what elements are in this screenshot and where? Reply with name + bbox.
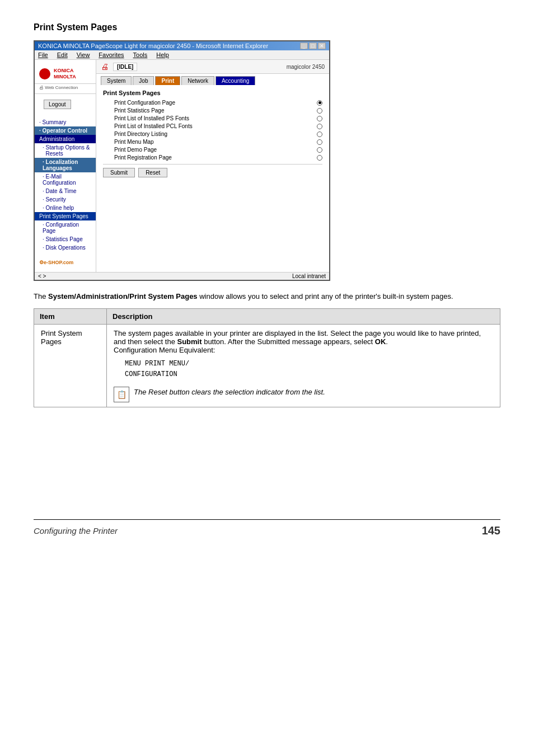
sidebar-item-email[interactable]: · E-Mail Configuration: [35, 172, 96, 187]
menu-favorites[interactable]: Favorites: [99, 51, 124, 58]
web-connection-text: Web Connection: [45, 85, 78, 90]
app-main: 🖨 [IDLE] magicolor 2450 System Job Print…: [96, 60, 329, 272]
note-icon: 📋: [114, 387, 129, 402]
option-row-pcl-fonts: Print List of Installed PCL Fonts: [114, 123, 322, 129]
table-header-description: Description: [107, 309, 500, 325]
footer-left: Configuring the Printer: [34, 526, 118, 536]
radio-menu[interactable]: [317, 139, 322, 145]
table-row: Print System Pages The system pages avai…: [34, 325, 500, 407]
browser-controls[interactable]: _ □ ✕: [300, 43, 326, 49]
radio-demo[interactable]: [317, 147, 322, 153]
menu-edit[interactable]: Edit: [57, 51, 68, 58]
option-label-menu: Print Menu Map: [114, 139, 312, 145]
desc-after: window allows you to select and print an…: [198, 292, 453, 300]
option-label-config: Print Configuration Page: [114, 100, 312, 106]
company-name: KONICA MINOLTA: [54, 68, 91, 80]
sidebar-item-summary[interactable]: · Summary: [35, 118, 96, 126]
tab-accounting[interactable]: Accounting: [216, 76, 255, 85]
option-row-registration: Print Registration Page: [114, 154, 322, 161]
sidebar-item-administration[interactable]: Administration: [35, 135, 96, 143]
tab-print[interactable]: Print: [155, 76, 180, 85]
radio-config[interactable]: [317, 100, 322, 106]
sidebar-item-security[interactable]: · Security: [35, 195, 96, 204]
sidebar-nav: · Summary · Operator Control Administrat…: [35, 118, 96, 252]
browser-window: KONICA MINOLTA PageScope Light for magic…: [34, 40, 330, 281]
reset-button[interactable]: Reset: [138, 168, 167, 177]
table-cell-description: The system pages available in your print…: [107, 325, 500, 407]
option-label-demo: Print Demo Page: [114, 147, 312, 153]
info-table: Item Description Print System Pages The …: [34, 308, 500, 407]
radio-stats[interactable]: [317, 108, 322, 114]
page-footer: Configuring the Printer 145: [34, 519, 500, 537]
browser-menubar: File Edit View Favorites Tools Help: [35, 50, 329, 60]
action-buttons: Submit Reset: [103, 168, 322, 177]
printer-icon: 🖨: [101, 62, 109, 71]
radio-ps-fonts[interactable]: [317, 116, 322, 121]
maximize-button[interactable]: □: [309, 43, 317, 49]
desc-before: The: [34, 292, 48, 300]
menu-help[interactable]: Help: [156, 51, 169, 58]
desc-intro: The system pages available in your print…: [114, 329, 481, 346]
option-label-directory: Print Directory Listing: [114, 131, 312, 137]
minimize-button[interactable]: _: [300, 43, 308, 49]
menu-view[interactable]: View: [77, 51, 90, 58]
shop-logo: ⚙e-SHOP.com: [35, 257, 96, 267]
option-row-ps-fonts: Print List of Installed PS Fonts: [114, 115, 322, 121]
option-label-pcl-fonts: Print List of Installed PCL Fonts: [114, 123, 312, 129]
printer-model: magicolor 2450: [287, 64, 325, 70]
status-text: Local intranet: [292, 273, 326, 279]
tab-system[interactable]: System: [101, 76, 132, 85]
radio-directory[interactable]: [317, 132, 322, 137]
table-header-item: Item: [34, 309, 107, 325]
config-menu-label: Configuration Menu Equivalent:: [114, 346, 215, 354]
footer-right: 145: [482, 524, 500, 537]
table-cell-item: Print System Pages: [34, 325, 107, 407]
sidebar-item-configuration-page[interactable]: · Configuration Page: [35, 220, 96, 235]
page-title: Print System Pages: [34, 22, 500, 32]
app-header: KONICA MINOLTA: [35, 64, 96, 84]
nav-tabs: System Job Print Network Accounting: [96, 74, 329, 85]
note-text: The Reset button clears the selection in…: [134, 387, 325, 398]
browser-titlebar: KONICA MINOLTA PageScope Light for magic…: [35, 41, 329, 50]
sidebar-item-operator-control[interactable]: · Operator Control: [35, 126, 96, 135]
app-sidebar: KONICA MINOLTA 🖨 Web Connection Logout ·…: [35, 60, 96, 272]
divider: [103, 164, 322, 165]
idle-badge: [IDLE]: [113, 63, 137, 71]
radio-pcl-fonts[interactable]: [317, 124, 322, 129]
tab-job[interactable]: Job: [133, 76, 154, 85]
desc-bold: System/Administration/Print System Pages: [48, 292, 198, 300]
option-label-registration: Print Registration Page: [114, 154, 312, 161]
option-row-stats: Print Statistics Page: [114, 107, 322, 114]
sidebar-item-datetime[interactable]: · Date & Time: [35, 187, 96, 195]
close-button[interactable]: ✕: [318, 43, 326, 49]
konica-logo-icon: [39, 68, 50, 79]
browser-content: KONICA MINOLTA 🖨 Web Connection Logout ·…: [35, 60, 329, 272]
print-options-list: Print Configuration Page Print Statistic…: [114, 100, 322, 161]
browser-title-text: KONICA MINOLTA PageScope Light for magic…: [38, 43, 268, 49]
sidebar-item-statistics-page[interactable]: · Statistics Page: [35, 235, 96, 243]
browser-status-bar: < > Local intranet: [35, 272, 329, 280]
radio-registration[interactable]: [317, 155, 322, 161]
app-top-bar: 🖨 [IDLE] magicolor 2450: [96, 60, 329, 74]
note-row: 📋 The Reset button clears the selection …: [114, 387, 493, 402]
option-row-menu: Print Menu Map: [114, 139, 322, 145]
menu-file[interactable]: File: [38, 51, 48, 58]
option-row-demo: Print Demo Page: [114, 147, 322, 153]
tab-network[interactable]: Network: [181, 76, 214, 85]
menu-tools[interactable]: Tools: [133, 51, 148, 58]
web-connection-label: 🖨 Web Connection: [35, 84, 96, 94]
sidebar-item-localization[interactable]: · Localization Languages: [35, 158, 96, 172]
option-label-stats: Print Statistics Page: [114, 107, 312, 114]
logout-button[interactable]: Logout: [44, 100, 71, 109]
sidebar-item-startup[interactable]: · Startup Options & Resets: [35, 143, 96, 158]
option-label-ps-fonts: Print List of Installed PS Fonts: [114, 115, 312, 121]
print-section-title: Print System Pages: [103, 90, 322, 96]
option-row-config: Print Configuration Page: [114, 100, 322, 106]
option-row-directory: Print Directory Listing: [114, 131, 322, 137]
monospace-code: MENU PRINT MENU/ CONFIGURATION: [125, 359, 493, 380]
sidebar-item-online-help[interactable]: · Online help: [35, 204, 96, 212]
sidebar-item-disk-operations[interactable]: · Disk Operations: [35, 243, 96, 252]
sidebar-item-print-system-pages[interactable]: Print System Pages: [35, 212, 96, 220]
scroll-arrows: < >: [38, 273, 46, 279]
submit-button[interactable]: Submit: [103, 168, 135, 177]
